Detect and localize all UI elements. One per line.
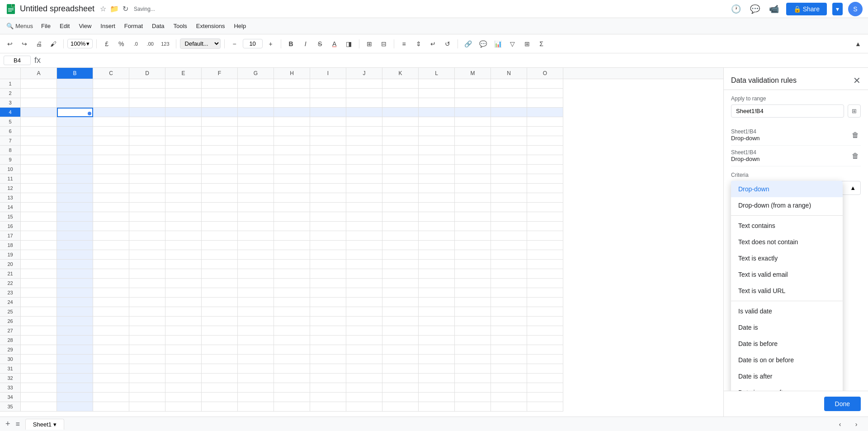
row-num-23[interactable]: 23 — [0, 288, 21, 298]
cell-F8[interactable] — [202, 146, 238, 155]
cell-N28[interactable] — [491, 336, 527, 345]
cell-A21[interactable] — [21, 269, 57, 279]
cell-G30[interactable] — [238, 355, 274, 364]
cell-B7[interactable] — [57, 136, 93, 146]
cell-O21[interactable] — [527, 269, 563, 279]
cell-C23[interactable] — [93, 288, 129, 298]
cell-F15[interactable] — [202, 212, 238, 222]
collapse-formula-btn[interactable]: ▲ — [852, 38, 864, 50]
cell-O12[interactable] — [527, 184, 563, 193]
cell-K25[interactable] — [382, 307, 419, 317]
cell-J18[interactable] — [346, 241, 382, 250]
cell-M5[interactable] — [455, 117, 491, 127]
cell-A4[interactable] — [21, 108, 57, 117]
cell-G20[interactable] — [238, 260, 274, 269]
share-caret-btn[interactable]: ▾ — [832, 3, 843, 15]
cell-H20[interactable] — [274, 260, 310, 269]
cell-J25[interactable] — [346, 307, 382, 317]
cell-G29[interactable] — [238, 345, 274, 355]
cell-M32[interactable] — [455, 374, 491, 383]
col-header-N[interactable]: N — [491, 68, 527, 79]
cell-L26[interactable] — [419, 317, 455, 326]
print-btn[interactable]: 🖨 — [33, 38, 45, 50]
cell-E6[interactable] — [165, 127, 202, 136]
cell-O5[interactable] — [527, 117, 563, 127]
cell-N10[interactable] — [491, 165, 527, 174]
cell-B25[interactable] — [57, 307, 93, 317]
cell-B31[interactable] — [57, 364, 93, 374]
cell-N9[interactable] — [491, 155, 527, 165]
cell-J30[interactable] — [346, 355, 382, 364]
cell-C20[interactable] — [93, 260, 129, 269]
cell-K35[interactable] — [382, 402, 419, 412]
cell-D25[interactable] — [129, 307, 165, 317]
cell-F10[interactable] — [202, 165, 238, 174]
cell-K3[interactable] — [382, 98, 419, 108]
cell-M9[interactable] — [455, 155, 491, 165]
cell-H18[interactable] — [274, 241, 310, 250]
cell-H1[interactable] — [274, 79, 310, 89]
col-header-I[interactable]: I — [310, 68, 346, 79]
cell-K33[interactable] — [382, 383, 419, 393]
cell-L9[interactable] — [419, 155, 455, 165]
cell-C11[interactable] — [93, 174, 129, 184]
cell-C35[interactable] — [93, 402, 129, 412]
cell-L6[interactable] — [419, 127, 455, 136]
cell-I24[interactable] — [310, 298, 346, 307]
cell-D16[interactable] — [129, 222, 165, 231]
cell-K10[interactable] — [382, 165, 419, 174]
dropdown-item-date-on-or-after[interactable]: Date is on or after — [731, 384, 843, 391]
cell-K28[interactable] — [382, 336, 419, 345]
cell-G16[interactable] — [238, 222, 274, 231]
cell-L8[interactable] — [419, 146, 455, 155]
cell-H26[interactable] — [274, 317, 310, 326]
dropdown-item-date-is[interactable]: Date is — [731, 319, 843, 336]
filter-btn[interactable]: ▽ — [506, 38, 519, 50]
cell-M31[interactable] — [455, 364, 491, 374]
cell-H24[interactable] — [274, 298, 310, 307]
cell-L24[interactable] — [419, 298, 455, 307]
cell-H23[interactable] — [274, 288, 310, 298]
cell-H32[interactable] — [274, 374, 310, 383]
cell-H5[interactable] — [274, 117, 310, 127]
format123-btn[interactable]: 123 — [158, 38, 172, 50]
cell-F30[interactable] — [202, 355, 238, 364]
cell-H8[interactable] — [274, 146, 310, 155]
dropdown-item-dropdown[interactable]: Drop-down — [731, 181, 843, 197]
cell-I9[interactable] — [310, 155, 346, 165]
cell-B24[interactable] — [57, 298, 93, 307]
cell-J22[interactable] — [346, 279, 382, 288]
zoom-display[interactable]: 100% ▾ — [67, 39, 93, 48]
dropdown-item-dropdown-range[interactable]: Drop-down (from a range) — [731, 197, 843, 213]
cell-E7[interactable] — [165, 136, 202, 146]
cell-C34[interactable] — [93, 393, 129, 402]
cell-F6[interactable] — [202, 127, 238, 136]
share-button[interactable]: 🔒 Done Share — [786, 3, 827, 15]
cell-C27[interactable] — [93, 326, 129, 336]
cell-I6[interactable] — [310, 127, 346, 136]
cell-F12[interactable] — [202, 184, 238, 193]
cell-E17[interactable] — [165, 231, 202, 241]
cell-G6[interactable] — [238, 127, 274, 136]
cell-N29[interactable] — [491, 345, 527, 355]
cell-L3[interactable] — [419, 98, 455, 108]
cell-F18[interactable] — [202, 241, 238, 250]
cell-K7[interactable] — [382, 136, 419, 146]
cell-B10[interactable] — [57, 165, 93, 174]
cell-D5[interactable] — [129, 117, 165, 127]
cell-E15[interactable] — [165, 212, 202, 222]
cell-H3[interactable] — [274, 98, 310, 108]
redo-btn[interactable]: ↪ — [18, 38, 31, 50]
cell-G27[interactable] — [238, 326, 274, 336]
cell-K2[interactable] — [382, 89, 419, 98]
cell-H4[interactable] — [274, 108, 310, 117]
cell-E11[interactable] — [165, 174, 202, 184]
cell-D34[interactable] — [129, 393, 165, 402]
cell-D21[interactable] — [129, 269, 165, 279]
cell-M19[interactable] — [455, 250, 491, 260]
cell-F17[interactable] — [202, 231, 238, 241]
cell-H33[interactable] — [274, 383, 310, 393]
cell-B12[interactable] — [57, 184, 93, 193]
row-num-8[interactable]: 8 — [0, 146, 21, 155]
cell-C19[interactable] — [93, 250, 129, 260]
